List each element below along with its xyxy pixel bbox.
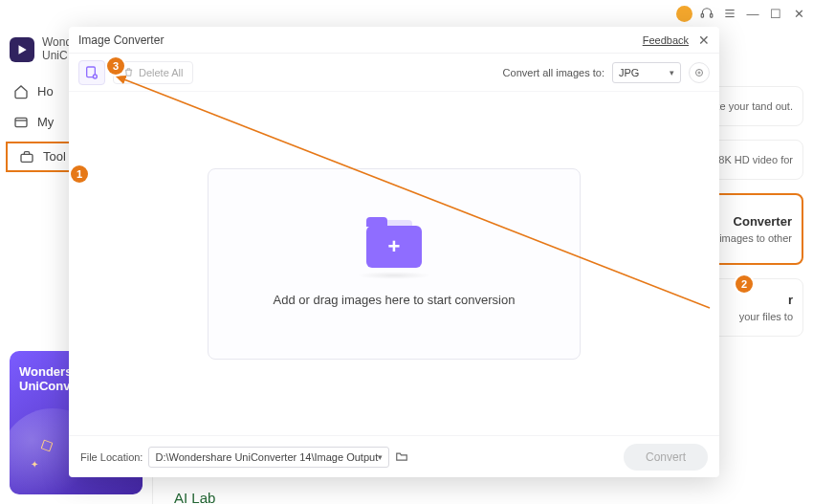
close-icon[interactable]: ✕ <box>698 33 710 48</box>
feedback-link[interactable]: Feedback <box>643 34 689 46</box>
dropzone-text: Add or drag images here to start convers… <box>274 293 516 307</box>
step-badge-1: 1 <box>71 165 88 183</box>
image-converter-modal: Image Converter Feedback ✕ Delete All Co… <box>69 27 719 477</box>
file-location-value: D:\Wondershare UniConverter 14\Image Out… <box>155 451 378 463</box>
file-location-label: File Location: <box>80 451 143 463</box>
svg-rect-0 <box>701 14 703 17</box>
menu-icon[interactable] <box>721 5 738 22</box>
settings-icon[interactable] <box>689 62 710 83</box>
support-icon[interactable] <box>698 5 715 22</box>
brand-logo <box>10 37 34 62</box>
delete-all-button[interactable]: Delete All <box>113 61 193 84</box>
convert-button-label: Convert <box>646 450 686 464</box>
chevron-down-icon: ▾ <box>670 68 674 77</box>
modal-title: Image Converter <box>78 33 164 47</box>
add-images-button[interactable] <box>78 60 105 85</box>
close-window-button[interactable]: ✕ <box>790 5 807 22</box>
svg-point-11 <box>698 72 700 74</box>
svg-rect-7 <box>21 154 33 162</box>
format-select[interactable]: JPG ▾ <box>612 62 681 83</box>
svg-marker-5 <box>19 45 27 54</box>
svg-point-10 <box>696 69 703 76</box>
sidebar-item-label: My <box>37 115 54 129</box>
step-badge-2: 2 <box>736 275 753 293</box>
files-icon <box>13 115 29 130</box>
step-badge-3: 3 <box>107 57 124 75</box>
svg-rect-6 <box>15 118 27 126</box>
chevron-down-icon: ▾ <box>378 452 383 462</box>
format-value: JPG <box>619 67 639 78</box>
sidebar-item-label: Tool <box>43 149 66 164</box>
dropzone[interactable]: + Add or drag images here to start conve… <box>208 168 581 360</box>
modal-body: + Add or drag images here to start conve… <box>69 92 719 435</box>
minimize-button[interactable]: — <box>744 5 761 22</box>
convert-all-label: Convert all images to: <box>503 67 604 78</box>
sidebar-item-label: Ho <box>37 84 54 99</box>
folder-plus-icon: + <box>353 220 435 274</box>
open-folder-icon[interactable] <box>395 449 408 465</box>
delete-all-label: Delete All <box>139 67 183 78</box>
toolbox-icon <box>19 149 34 164</box>
maximize-button[interactable]: ☐ <box>767 5 784 22</box>
titlebar: — ☐ ✕ <box>0 0 813 27</box>
ailab-label: AI Lab <box>174 490 215 504</box>
modal-toolbar: Delete All Convert all images to: JPG ▾ <box>69 54 719 92</box>
converter-sub: images to other <box>719 232 792 244</box>
convert-button[interactable]: Convert <box>624 444 708 471</box>
svg-rect-1 <box>711 14 713 17</box>
modal-footer: File Location: D:\Wondershare UniConvert… <box>69 435 719 477</box>
file-location-select[interactable]: D:\Wondershare UniConverter 14\Image Out… <box>148 447 389 468</box>
avatar[interactable] <box>676 6 692 22</box>
modal-titlebar: Image Converter Feedback ✕ <box>69 27 719 54</box>
home-icon <box>13 84 29 99</box>
